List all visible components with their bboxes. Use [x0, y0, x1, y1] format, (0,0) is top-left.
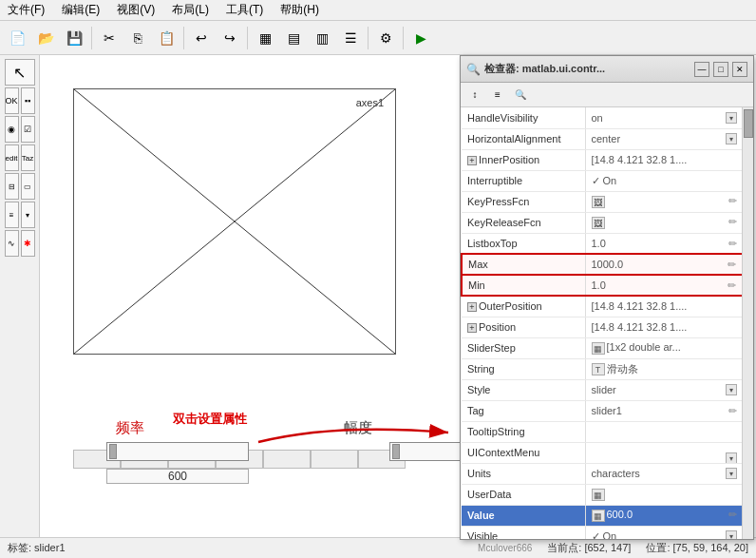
pencil-icon-max[interactable]: ✏: [728, 259, 736, 271]
prop-value-userdata[interactable]: ▦: [585, 484, 752, 505]
prop-value-string[interactable]: T滑动条: [585, 358, 752, 379]
lt-popup[interactable]: ▾: [21, 202, 35, 228]
dropdown-icon-style[interactable]: ▾: [726, 384, 737, 395]
prop-row-max[interactable]: Max1000.0✏: [462, 254, 752, 275]
prop-value-listboxtop[interactable]: 1.0✏: [585, 233, 752, 254]
slider-width-handle[interactable]: [392, 444, 400, 459]
prop-value-handlevisibility[interactable]: on▾: [585, 107, 752, 128]
slider-freq-handle[interactable]: [109, 444, 117, 459]
lt-slider[interactable]: ⊟: [5, 173, 19, 200]
prop-row-uicontextmenu[interactable]: UIContextMenu▾: [462, 442, 752, 463]
lt-star[interactable]: ✱: [21, 230, 35, 257]
inspector-minimize[interactable]: —: [694, 62, 709, 77]
lt-radio[interactable]: ◉: [5, 116, 19, 143]
scrollbar-thumb[interactable]: [744, 109, 753, 138]
pencil-icon-min[interactable]: ✏: [728, 279, 736, 292]
prop-value-units[interactable]: characters▾: [585, 463, 752, 484]
tb-undo[interactable]: ↩: [188, 25, 215, 51]
menu-layout[interactable]: 布局(L): [168, 2, 213, 18]
insp-tb-cat[interactable]: ≡: [487, 86, 508, 105]
tb-redo[interactable]: ↪: [217, 25, 243, 51]
prop-value-uicontextmenu[interactable]: ▾: [585, 442, 752, 463]
tb-save[interactable]: 💾: [61, 25, 87, 51]
pencil-icon-listboxtop[interactable]: ✏: [728, 238, 737, 250]
dropdown-icon-units[interactable]: ▾: [726, 468, 737, 479]
pencil-icon-tag[interactable]: ✏: [728, 405, 737, 417]
tb-settings[interactable]: ⚙: [372, 25, 399, 51]
prop-value-style[interactable]: slider▾: [585, 379, 752, 400]
menu-view[interactable]: 视图(V): [113, 2, 159, 18]
tb-align[interactable]: ▦: [252, 25, 278, 51]
menu-help[interactable]: 帮助(H): [276, 2, 323, 18]
menu-file[interactable]: 文件(F): [4, 2, 48, 18]
pencil-icon-value[interactable]: ✏: [728, 509, 737, 521]
prop-row-value[interactable]: Value▦600.0✏: [462, 505, 752, 526]
prop-row-position[interactable]: +Position[14.8 4.121 32.8 1....: [462, 317, 752, 337]
prop-row-keypressfcn[interactable]: KeyPressFcn🖼✏: [462, 191, 752, 212]
prop-row-tooltipstring[interactable]: TooltipString: [462, 421, 752, 442]
prop-value-max[interactable]: 1000.0✏: [585, 254, 752, 275]
prop-row-interruptible[interactable]: Interruptible✓ On: [462, 170, 752, 191]
lt-text[interactable]: Taz: [21, 144, 35, 171]
prop-value-min[interactable]: 1.0✏: [585, 275, 752, 296]
slider-freq[interactable]: [106, 442, 249, 461]
prop-row-userdata[interactable]: UserData▦: [462, 484, 752, 505]
prop-row-min[interactable]: Min1.0✏: [462, 275, 752, 296]
tb-run[interactable]: ▶: [407, 25, 434, 51]
tb-list[interactable]: ☰: [337, 25, 364, 51]
inspector-close[interactable]: ✕: [732, 62, 747, 77]
inspector-maximize[interactable]: □: [713, 62, 728, 77]
tb-grid[interactable]: ▤: [280, 25, 307, 51]
pencil-icon-keyreleasefcn[interactable]: ✏: [728, 216, 737, 228]
pencil-icon-keypressfcn[interactable]: ✏: [728, 195, 737, 207]
dropdown-icon-handlevisibility[interactable]: ▾: [726, 112, 737, 124]
menu-tools[interactable]: 工具(T): [222, 2, 267, 18]
prop-value-outerposition[interactable]: [14.8 4.121 32.8 1....: [585, 296, 752, 317]
prop-row-horizontalalignment[interactable]: HorizontalAlignmentcenter▾: [462, 128, 752, 149]
prop-value-visible[interactable]: ✓ On▾: [585, 526, 752, 539]
dropdown-icon-visible[interactable]: ▾: [726, 530, 737, 540]
prop-value-tag[interactable]: slider1✏: [585, 400, 752, 421]
tb-copy[interactable]: ⎘: [124, 25, 151, 51]
prop-row-keyreleasefcn[interactable]: KeyReleaseFcn🖼✏: [462, 212, 752, 233]
prop-value-interruptible[interactable]: ✓ On: [585, 170, 752, 191]
tb-hgrid[interactable]: ▥: [309, 25, 335, 51]
lt-frame[interactable]: ▭: [21, 173, 35, 200]
tb-open[interactable]: 📂: [32, 25, 59, 51]
tb-cut[interactable]: ✂: [96, 25, 123, 51]
prop-row-style[interactable]: Styleslider▾: [462, 379, 752, 400]
prop-row-innerposition[interactable]: +InnerPosition[14.8 4.121 32.8 1....: [462, 149, 752, 170]
prop-row-handlevisibility[interactable]: HandleVisibilityon▾: [462, 107, 752, 128]
prop-row-units[interactable]: Unitscharacters▾: [462, 463, 752, 484]
prop-value-sliderstep[interactable]: ▦[1x2 double ar...: [585, 337, 752, 358]
dropdown-icon-uicontextmenu[interactable]: ▾: [726, 452, 737, 463]
lt-list[interactable]: ≡: [5, 202, 19, 228]
lt-btn1[interactable]: OK: [5, 87, 19, 114]
tb-paste[interactable]: 📋: [153, 25, 180, 51]
lt-edit[interactable]: edit: [5, 144, 19, 171]
lt-btn2[interactable]: ▪▪: [21, 87, 35, 114]
prop-name-uicontextmenu: UIContextMenu: [462, 442, 585, 463]
prop-row-listboxtop[interactable]: ListboxTop1.0✏: [462, 233, 752, 254]
insp-tb-sort[interactable]: ↕: [464, 86, 485, 105]
prop-row-visible[interactable]: Visible✓ On▾: [462, 526, 752, 539]
lt-axes[interactable]: ∿: [5, 230, 19, 257]
prop-row-sliderstep[interactable]: SliderStep▦[1x2 double ar...: [462, 337, 752, 358]
prop-value-keypressfcn[interactable]: 🖼✏: [585, 191, 752, 212]
prop-value-value[interactable]: ▦600.0✏: [585, 505, 752, 526]
lt-check[interactable]: ☑: [21, 116, 35, 143]
prop-row-string[interactable]: StringT滑动条: [462, 358, 752, 379]
lt-select[interactable]: ↖: [5, 59, 35, 86]
prop-value-innerposition[interactable]: [14.8 4.121 32.8 1....: [585, 149, 752, 170]
menu-edit[interactable]: 编辑(E): [58, 2, 104, 18]
prop-row-tag[interactable]: Tagslider1✏: [462, 400, 752, 421]
prop-value-keyreleasefcn[interactable]: 🖼✏: [585, 212, 752, 233]
dropdown-icon-horizontalalignment[interactable]: ▾: [726, 133, 737, 144]
prop-value-horizontalalignment[interactable]: center▾: [585, 128, 752, 149]
tb-new[interactable]: 📄: [4, 25, 30, 51]
insp-tb-filter[interactable]: 🔍: [510, 86, 531, 105]
prop-row-outerposition[interactable]: +OuterPosition[14.8 4.121 32.8 1....: [462, 296, 752, 317]
prop-value-tooltipstring[interactable]: [585, 421, 752, 442]
prop-value-position[interactable]: [14.8 4.121 32.8 1....: [585, 317, 752, 337]
inspector-scrollbar[interactable]: [742, 107, 753, 539]
